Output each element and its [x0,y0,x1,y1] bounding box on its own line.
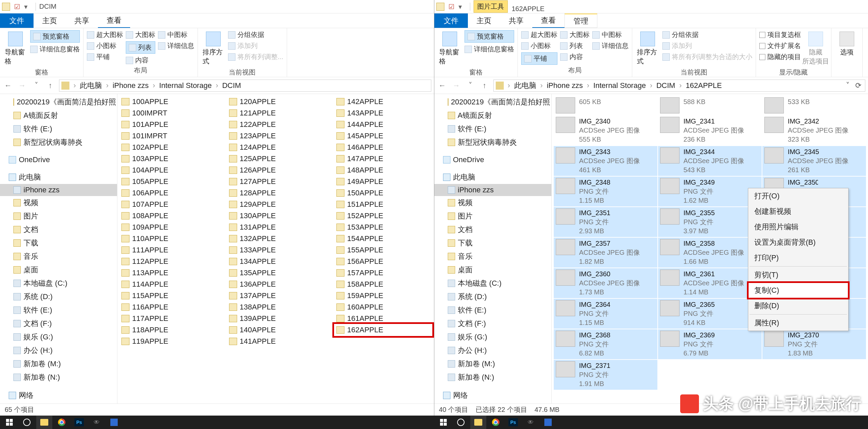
tree-item[interactable]: 软件 (E:) [434,304,551,317]
file-item[interactable]: IMG_2341ACDSee JPEG 图像236 KB [658,115,762,145]
tree-item[interactable]: OneDrive [434,154,551,166]
folder-item[interactable]: 153APPLE [334,222,432,233]
context-menu-item[interactable]: 创建新视频 [748,204,848,219]
folder-item[interactable]: 113APPLE [119,267,217,279]
folder-item[interactable]: 109APPLE [119,222,217,233]
folder-item[interactable]: 101APPLE [119,119,217,130]
folder-item[interactable]: 127APPLE [227,176,325,187]
tree-item[interactable]: 软件 (E:) [0,304,117,317]
chrome-task[interactable] [488,416,504,429]
folder-item[interactable]: 130APPLE [227,210,325,222]
explorer-task[interactable] [36,416,52,429]
view-tab[interactable]: 查看 [532,13,564,28]
app-task[interactable]: 👁 [89,416,105,429]
folder-item[interactable]: 136APPLE [227,279,325,290]
icons-m-button[interactable]: 中图标 [592,30,628,39]
content-button[interactable]: 内容 [560,52,590,61]
tree-item[interactable]: 文档 (F:) [0,317,117,330]
tree-item[interactable]: 图片 [434,209,551,223]
tree-item[interactable]: 桌面 [434,263,551,277]
file-item[interactable]: IMG_2349PNG 文件1.62 MB [658,177,762,206]
recent-button[interactable]: ˅ [465,80,476,91]
tree-item[interactable]: 系统 (D:) [0,290,117,304]
tree-item[interactable]: 办公 (H:) [0,344,117,357]
folder-item[interactable]: 132APPLE [227,233,325,245]
folder-item[interactable]: 115APPLE [119,290,217,302]
folder-item[interactable]: 156APPLE [334,256,432,267]
tree-item[interactable]: 办公 (H:) [434,344,551,357]
folder-item[interactable]: 137APPLE [227,290,325,302]
breadcrumb[interactable]: › 此电脑› iPhone zzs› Internal Storage› DCI… [493,80,866,92]
tree-item[interactable]: iPhone zzs [0,184,117,196]
up-button[interactable]: ↑ [479,80,490,91]
file-extensions-button[interactable]: 文件扩展名 [760,41,801,50]
photoshop-task[interactable]: Ps [71,416,87,429]
tree-item[interactable]: 网络 [434,389,551,402]
nav-tree[interactable]: 20200219《画面简洁是拍好照A镜面反射软件 (E:)新型冠状病毒肺炎One… [0,94,117,403]
folder-item[interactable]: 162APPLE [334,324,432,336]
folder-item[interactable]: 114APPLE [119,279,217,290]
file-item[interactable]: 533 KB [762,96,866,115]
tree-item[interactable]: 本地磁盘 (C:) [0,277,117,290]
view-tab[interactable]: 查看 [98,13,130,28]
tree-item[interactable]: 新加卷 (M:) [434,357,551,371]
tree-item[interactable]: 下载 [0,236,117,250]
recent-button[interactable]: ˅ [31,80,41,91]
context-menu-item[interactable]: 剪切(T) [748,267,848,283]
folder-item[interactable]: 159APPLE [334,290,432,302]
tree-item[interactable]: 新加卷 (N:) [0,371,117,384]
icons-xl-button[interactable]: 超大图标 [87,30,123,39]
tree-item[interactable]: OneDrive [0,154,117,166]
tiles-button[interactable]: 平铺 [87,52,123,61]
folder-item[interactable]: 154APPLE [334,233,432,245]
folder-item[interactable]: 145APPLE [334,130,432,142]
preview-pane-button[interactable]: 预览窗格 [465,30,514,42]
context-menu-item[interactable]: 复制(C) [748,283,848,298]
content-button[interactable]: 内容 [126,56,155,65]
start-button[interactable] [435,416,452,429]
folder-content[interactable]: 100APPLE100IMPRT101APPLE101IMPRT102APPLE… [117,94,434,403]
folder-item[interactable]: 147APPLE [334,153,432,165]
folder-item[interactable]: 107APPLE [119,199,217,210]
tree-item[interactable]: A镜面反射 [434,109,551,122]
share-tab[interactable]: 共享 [500,13,532,28]
start-button[interactable] [1,416,18,429]
tree-item[interactable]: 20200219《画面简洁是拍好照 [0,95,117,109]
file-item[interactable]: IMG_2368PNG 文件6.82 MB [554,329,657,359]
icons-s-button[interactable]: 小图标 [521,41,557,50]
folder-item[interactable]: 150APPLE [334,187,432,199]
context-menu-item[interactable]: 属性(R) [748,315,848,331]
tree-item[interactable]: 文档 [0,223,117,236]
file-item[interactable]: IMG_2365PNG 文件914 KB [658,299,762,328]
folder-item[interactable]: 119APPLE [119,336,217,347]
explorer-task[interactable] [470,416,486,429]
file-item[interactable]: IMG_2344ACDSee JPEG 图像543 KB [658,146,762,176]
file-item[interactable]: IMG_2358ACDSee JPEG 图像1.66 MB [658,238,762,267]
file-item[interactable]: 605 KB [554,96,657,115]
item-checkboxes-button[interactable]: 项目复选框 [760,30,801,39]
context-menu-item[interactable]: 打开(O) [748,188,848,204]
folder-item[interactable]: 102APPLE [119,142,217,153]
group-by-button[interactable]: 分组依据 [228,30,283,39]
app-task2[interactable] [540,416,556,429]
tree-item[interactable]: 视频 [434,196,551,209]
tree-item[interactable]: 娱乐 (G:) [434,330,551,344]
file-content[interactable]: 605 KB588 KB533 KBIMG_2340ACDSee JPEG 图像… [552,94,868,403]
tree-item[interactable]: 20200219《画面简洁是拍好照 [434,95,551,109]
home-tab[interactable]: 主页 [34,13,66,28]
dropdown-icon[interactable]: ˅ [843,81,852,90]
folder-item[interactable]: 143APPLE [334,107,432,119]
file-item[interactable]: IMG_2340ACDSee JPEG 图像555 KB [554,115,657,145]
icons-xl-button[interactable]: 超大图标 [521,30,557,39]
folder-item[interactable]: 122APPLE [227,119,325,130]
file-item[interactable]: IMG_2355PNG 文件3.97 MB [658,207,762,237]
qat-check-icon[interactable]: ☑ [448,3,455,11]
up-button[interactable]: ↑ [45,80,56,91]
details-view-button[interactable]: 详细信息 [158,41,194,50]
folder-item[interactable]: 158APPLE [334,279,432,290]
icons-s-button[interactable]: 小图标 [87,41,123,50]
tree-item[interactable]: 新加卷 (M:) [0,357,117,371]
tree-item[interactable]: 新型冠状病毒肺炎 [434,136,551,149]
file-item[interactable]: IMG_2345ACDSee JPEG 图像261 KB [762,146,866,176]
folder-item[interactable]: 111APPLE [119,245,217,256]
